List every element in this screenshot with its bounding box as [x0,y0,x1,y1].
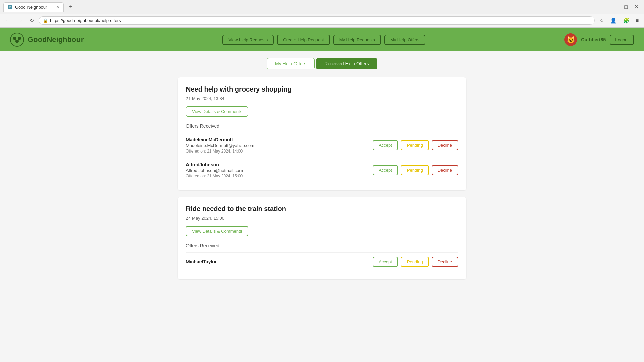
app-nav: View Help Requests Create Help Request M… [222,35,425,45]
accept-button-1-1[interactable]: Accept [373,140,398,150]
offer-info-2-1: MichaelTaylor [186,259,217,265]
request-date-1: 21 May 2024, 13:34 [186,96,458,101]
back-button[interactable]: ← [3,16,13,25]
logo-icon [10,33,24,47]
offers-received-label-2: Offers Received: [186,243,458,248]
offers-received-label-1: Offers Received: [186,123,458,129]
accept-button-1-2[interactable]: Accept [373,165,398,175]
username: Cuthbert85 [581,37,606,42]
pending-button-1-1[interactable]: Pending [401,140,429,150]
browser-titlebar: G Good Neighbour ✕ + ─ □ ✕ [0,0,644,14]
tab-close-icon[interactable]: ✕ [56,5,59,9]
tab-title: Good Neighbour [15,5,47,10]
address-bar[interactable]: 🔒 https://good-neighbour.uk/help-offers [39,16,595,25]
offer-row-2-1: MichaelTaylor Accept Pending Decline [186,252,458,271]
main-content: My Help Offers Received Help Offers Need… [171,51,473,293]
forward-button[interactable]: → [15,16,25,25]
request-card-1: Need help with grocery shopping 21 May 2… [178,77,466,190]
offer-info-1-1: MadeleineMcDermott Madeleine.McDermott@y… [186,137,254,154]
nav-my-help-offers[interactable]: My Help Offers [384,35,425,45]
offer-name-2-1: MichaelTaylor [186,259,217,264]
app-header: GoodNeighbour View Help Requests Create … [0,28,644,51]
maximize-button[interactable]: □ [622,2,630,11]
request-title-1: Need help with grocery shopping [186,85,458,93]
logout-button[interactable]: Logout [610,35,634,45]
offer-actions-1-2: Accept Pending Decline [373,165,458,175]
pending-button-2-1[interactable]: Pending [401,257,429,267]
nav-create-help-request[interactable]: Create Help Request [277,35,330,45]
profile-button[interactable]: 👤 [608,16,619,25]
tab-bar: My Help Offers Received Help Offers [178,58,466,69]
lock-icon: 🔒 [43,18,48,23]
decline-button-1-2[interactable]: Decline [432,165,458,175]
accept-button-2-1[interactable]: Accept [373,257,398,267]
request-card-2: Ride needed to the train station 24 May … [178,197,466,279]
browser-nav-right: ☆ 👤 🧩 ≡ [597,16,641,25]
tab-favicon: G [8,5,12,9]
tab-my-help-offers[interactable]: My Help Offers [267,58,315,69]
tab-received-help-offers[interactable]: Received Help Offers [316,58,377,69]
reload-button[interactable]: ↻ [28,16,36,25]
offer-actions-2-1: Accept Pending Decline [373,257,458,267]
browser-tab[interactable]: G Good Neighbour ✕ [3,2,64,12]
offer-email-1-2: Alfred.Johnson@hotmail.com [186,168,243,173]
new-tab-button[interactable]: + [66,2,75,12]
offer-row-1-2: AlfredJohnson Alfred.Johnson@hotmail.com… [186,158,458,182]
offer-name-1-1: MadeleineMcDermott [186,137,254,142]
nav-my-help-requests[interactable]: My Help Requests [333,35,381,45]
offer-actions-1-1: Accept Pending Decline [373,140,458,150]
svg-point-1 [13,37,16,40]
avatar: 🐱 [564,33,577,46]
url-text: https://good-neighbour.uk/help-offers [50,18,121,23]
extensions-button[interactable]: 🧩 [621,16,632,25]
user-section: 🐱 Cuthbert85 Logout [564,33,634,46]
offer-date-1-1: Offered on: 21 May 2024, 14:00 [186,149,254,154]
app-logo: GoodNeighbour [10,33,84,47]
menu-button[interactable]: ≡ [634,16,641,25]
offer-info-1-2: AlfredJohnson Alfred.Johnson@hotmail.com… [186,162,243,178]
view-details-button-2[interactable]: View Details & Comments [186,226,248,236]
offer-email-1-1: Madeleine.McDermott@yahoo.com [186,143,254,148]
close-button[interactable]: ✕ [632,2,641,11]
pending-button-1-2[interactable]: Pending [401,165,429,175]
request-date-2: 24 May 2024, 15:00 [186,216,458,221]
request-title-2: Ride needed to the train station [186,205,458,213]
offer-date-1-2: Offered on: 21 May 2024, 15:00 [186,174,243,178]
app-logo-text: GoodNeighbour [28,35,84,44]
svg-point-2 [18,37,21,40]
decline-button-2-1[interactable]: Decline [432,257,458,267]
bookmark-button[interactable]: ☆ [597,16,606,25]
decline-button-1-1[interactable]: Decline [432,140,458,150]
nav-view-help-requests[interactable]: View Help Requests [222,35,274,45]
view-details-button-1[interactable]: View Details & Comments [186,106,248,117]
browser-nav: ← → ↻ 🔒 https://good-neighbour.uk/help-o… [0,14,644,27]
offer-row-1-1: MadeleineMcDermott Madeleine.McDermott@y… [186,133,458,158]
browser-chrome: G Good Neighbour ✕ + ─ □ ✕ ← → ↻ 🔒 https… [0,0,644,28]
minimize-button[interactable]: ─ [612,2,620,11]
offer-name-1-2: AlfredJohnson [186,162,243,167]
